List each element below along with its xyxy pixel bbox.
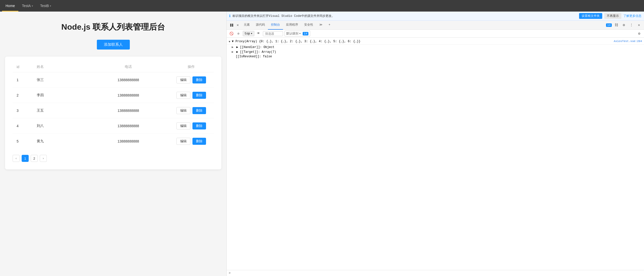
cell-phone: 13888888888 bbox=[88, 103, 169, 118]
console-settings-icon[interactable]: ⚙ bbox=[636, 31, 642, 36]
cell-name: 李四 bbox=[33, 88, 88, 103]
delete-button[interactable]: 删除 bbox=[192, 92, 206, 99]
col-header-phone: 电话 bbox=[88, 62, 169, 72]
contacts-table: id 姓名 电话 操作 1 张三 13888888888 编辑 删除 2 李四 … bbox=[13, 62, 214, 149]
close-devtools-icon[interactable]: ✕ bbox=[636, 22, 642, 28]
dismiss-button[interactable]: 不再显示 bbox=[604, 13, 621, 19]
console-entry-proxy: ▼ ▼ Proxy(Array) {0: {…}, 1: {…}, 2: {…}… bbox=[227, 39, 644, 45]
cell-phone: 13888888888 bbox=[88, 134, 169, 149]
cell-id: 1 bbox=[13, 72, 33, 88]
tree-handler: ▶ ▶ [[Handler]]: Object bbox=[227, 45, 644, 50]
action-buttons: 编辑 删除 bbox=[173, 107, 210, 114]
filter-input[interactable] bbox=[263, 31, 283, 36]
chevron-down-icon: ▾ bbox=[50, 5, 51, 7]
console-toolbar: 🚫 ⊘ top ▾ 👁 默认级别 ▾ 14 ⚙ bbox=[227, 30, 644, 38]
edit-button[interactable]: 编辑 bbox=[176, 138, 190, 145]
cell-action: 编辑 删除 bbox=[169, 72, 214, 88]
edit-button[interactable]: 编辑 bbox=[176, 76, 190, 83]
info-icon: ℹ bbox=[229, 14, 230, 18]
cell-id: 3 bbox=[13, 103, 33, 118]
cell-phone: 13888888888 bbox=[88, 118, 169, 134]
cell-name: 王五 bbox=[33, 103, 88, 118]
tab-security[interactable]: 安全性 bbox=[301, 21, 316, 30]
table-row: 2 李四 13888888888 编辑 删除 bbox=[13, 88, 214, 103]
devtools-dock-icon[interactable] bbox=[229, 22, 235, 28]
cell-id: 2 bbox=[13, 88, 33, 103]
source-link[interactable]: AxiosTest.vue:204 bbox=[614, 39, 642, 43]
cell-id: 5 bbox=[13, 134, 33, 149]
action-buttons: 编辑 删除 bbox=[173, 92, 210, 99]
add-contact-button[interactable]: 添加联系人 bbox=[97, 40, 130, 50]
tab-console[interactable]: 控制台 bbox=[268, 21, 283, 30]
chain-icon[interactable]: ⛓ bbox=[613, 22, 619, 28]
pagination-prev[interactable]: ‹ bbox=[13, 155, 20, 162]
main-layout: Node.js 联系人列表管理后台 添加联系人 id 姓名 电话 操作 1 张三… bbox=[0, 12, 644, 276]
cell-phone: 13888888888 bbox=[88, 88, 169, 103]
devtools-panel: ℹ 标识项目的根文件夹以打开Visual Studio Code中的源文件并同步… bbox=[226, 12, 644, 276]
console-input[interactable] bbox=[232, 271, 642, 275]
nav-testa-label: TestA bbox=[22, 4, 31, 8]
cell-action: 编辑 删除 bbox=[169, 118, 214, 134]
tree-target: ▶ ▶ [[Target]]: Array(7) bbox=[227, 50, 644, 54]
tree-isrevoked: [[IsRevoked]]: false bbox=[227, 54, 644, 59]
context-dropdown[interactable]: top ▾ bbox=[243, 31, 254, 36]
edit-button[interactable]: 编辑 bbox=[176, 122, 190, 129]
delete-button[interactable]: 删除 bbox=[192, 107, 206, 114]
expand-arrow-icon[interactable]: ▼ bbox=[229, 40, 230, 44]
delete-button[interactable]: 删除 bbox=[192, 122, 206, 129]
nav-item-home[interactable]: Home bbox=[2, 0, 18, 12]
tab-sources[interactable]: 源代码 bbox=[253, 21, 268, 30]
page-title: Node.js 联系人列表管理后台 bbox=[61, 22, 165, 33]
tab-add[interactable]: + bbox=[326, 21, 333, 30]
chevron-down-icon: ▾ bbox=[251, 32, 253, 35]
notification-text: 标识项目的根文件夹以打开Visual Studio Code中的源文件并同步更改… bbox=[232, 14, 577, 18]
learn-more-link[interactable]: 了解更多信息 bbox=[623, 14, 641, 18]
console-badge: 14 bbox=[606, 23, 612, 27]
console-output: ▼ ▼ Proxy(Array) {0: {…}, 1: {…}, 2: {…}… bbox=[227, 38, 644, 270]
handler-text: ▶ [[Handler]]: Object bbox=[236, 45, 274, 49]
tab-more[interactable]: ≫ bbox=[316, 21, 326, 30]
more-vert-icon[interactable]: ⋮ bbox=[628, 22, 634, 28]
chevron-down-icon: ▾ bbox=[299, 32, 301, 35]
chevron-down-icon: ▾ bbox=[32, 5, 33, 7]
edit-button[interactable]: 编辑 bbox=[176, 107, 190, 114]
table-row: 3 王五 13888888888 编辑 删除 bbox=[13, 103, 214, 118]
delete-button[interactable]: 删除 bbox=[192, 138, 206, 145]
delete-button[interactable]: 删除 bbox=[192, 76, 206, 83]
clear-console-icon[interactable]: 🚫 bbox=[229, 31, 234, 36]
pagination-page-2[interactable]: 2 bbox=[31, 155, 38, 162]
nav-bar: Home TestA ▾ TestB ▾ bbox=[0, 0, 644, 12]
tab-application[interactable]: 应用程序 bbox=[283, 21, 301, 30]
log-level-label: 默认级别 bbox=[286, 31, 298, 36]
table-row: 4 刘八 13888888888 编辑 删除 bbox=[13, 118, 214, 134]
eye-icon[interactable]: 👁 bbox=[256, 31, 261, 36]
log-level-dropdown[interactable]: 默认级别 ▾ 14 bbox=[285, 31, 310, 36]
nav-item-testb[interactable]: TestB ▾ bbox=[36, 0, 55, 12]
nav-home-label: Home bbox=[6, 4, 15, 8]
tab-elements[interactable]: 元素 bbox=[241, 21, 253, 30]
expand-icon[interactable]: ▶ bbox=[232, 45, 233, 49]
console-prompt: > bbox=[229, 271, 231, 275]
table-row: 5 黄九 13888888888 编辑 删除 bbox=[13, 134, 214, 149]
svg-rect-1 bbox=[232, 24, 233, 27]
app-panel: Node.js 联系人列表管理后台 添加联系人 id 姓名 电话 操作 1 张三… bbox=[0, 12, 226, 276]
nav-item-testa[interactable]: TestA ▾ bbox=[18, 0, 36, 12]
table-row: 1 张三 13888888888 编辑 删除 bbox=[13, 72, 214, 88]
setup-root-button[interactable]: 设置根文件夹 bbox=[579, 13, 602, 19]
expand-icon[interactable]: ▶ bbox=[232, 50, 233, 54]
log-level-badge: 14 bbox=[303, 32, 308, 35]
pagination-next[interactable]: › bbox=[40, 155, 47, 162]
devtools-tabs: ✕ 元素 源代码 控制台 应用程序 安全性 ≫ + 14 bbox=[227, 21, 644, 30]
isrevoked-text: [[IsRevoked]]: false bbox=[236, 55, 272, 58]
settings-icon[interactable]: ⚙ bbox=[621, 22, 627, 28]
filter-icon[interactable]: ⊘ bbox=[236, 31, 241, 36]
pagination-page-1[interactable]: 1 bbox=[22, 155, 29, 162]
devtools-close-icon[interactable]: ✕ bbox=[235, 22, 241, 28]
notification-bar: ℹ 标识项目的根文件夹以打开Visual Studio Code中的源文件并同步… bbox=[227, 12, 644, 21]
cell-name: 刘八 bbox=[33, 118, 88, 134]
edit-button[interactable]: 编辑 bbox=[176, 92, 190, 99]
devtools-tab-icons: 14 ⛓ ⚙ ⋮ ✕ bbox=[605, 22, 642, 28]
nav-testb-label: TestB bbox=[40, 4, 49, 8]
svg-rect-0 bbox=[230, 24, 231, 27]
cell-name: 黄九 bbox=[33, 134, 88, 149]
